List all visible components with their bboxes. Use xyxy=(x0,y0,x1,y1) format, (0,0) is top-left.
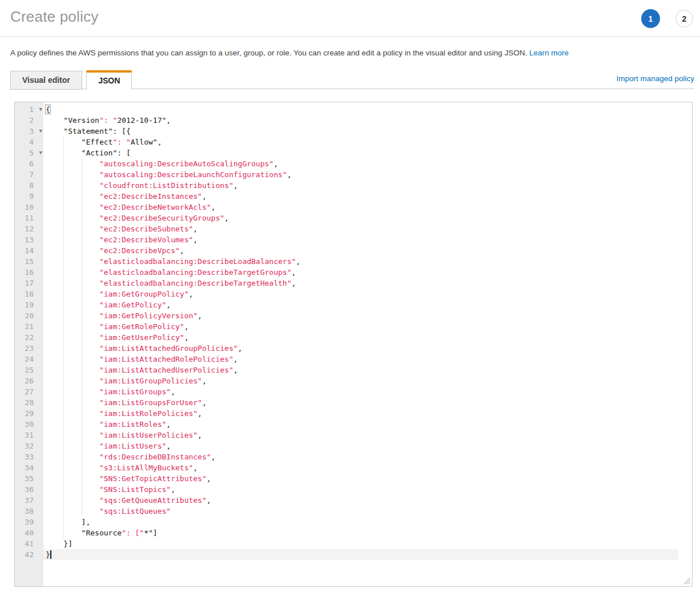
code-line[interactable]: } xyxy=(43,549,678,560)
code-line[interactable]: "ec2:DescribeVpcs", xyxy=(43,245,692,256)
indent-guide xyxy=(63,245,64,256)
code-line[interactable]: "iam:ListAttachedRolePolicies", xyxy=(43,354,692,365)
indent-guide xyxy=(63,289,64,299)
code-line[interactable]: "iam:GetGroupPolicy", xyxy=(43,289,692,299)
code-line[interactable]: "s3:ListAllMyBuckets", xyxy=(43,462,692,473)
fold-toggle-icon[interactable]: ▼ xyxy=(39,126,42,137)
code-line[interactable]: "iam:ListAttachedUserPolicies", xyxy=(43,365,692,375)
line-number: 39 xyxy=(15,517,43,527)
indent-guide xyxy=(82,223,82,234)
indent-guide xyxy=(63,213,64,223)
indent-guide xyxy=(63,191,64,202)
line-number: 8 xyxy=(15,180,43,191)
json-policy-editor[interactable]: 1▼23▼45▼67891011121314151617181920212223… xyxy=(14,102,693,587)
indent-guide xyxy=(82,169,82,180)
code-line[interactable]: "sqs:ListQueues" xyxy=(43,506,692,517)
indent-guide xyxy=(63,517,64,527)
indent-guide xyxy=(63,256,64,267)
indent-guide xyxy=(63,202,64,213)
page-header: Create policy 1 2 xyxy=(0,0,700,37)
code-line[interactable]: "iam:GetPolicy", xyxy=(43,299,692,310)
code-line[interactable]: "ec2:DescribeSubnets", xyxy=(43,223,692,234)
indent-guide xyxy=(82,332,82,343)
code-line[interactable]: "Effect": "Allow", xyxy=(43,137,692,147)
indent-guide xyxy=(63,234,64,245)
indent-guide xyxy=(82,289,82,299)
page-title: Create policy xyxy=(10,8,98,26)
code-line[interactable]: { xyxy=(43,104,692,115)
code-line[interactable]: "autoscaling:DescribeAutoScalingGroups", xyxy=(43,158,692,169)
indent-guide xyxy=(82,484,82,495)
indent-guide xyxy=(63,267,64,278)
indent-guide xyxy=(63,484,64,495)
fold-toggle-icon[interactable]: ▼ xyxy=(39,147,42,158)
code-line[interactable]: "ec2:DescribeSecurityGroups", xyxy=(43,213,692,223)
code-line[interactable]: "iam:ListGroupsForUser", xyxy=(43,397,692,408)
indent-guide xyxy=(82,462,82,473)
code-line[interactable]: "autoscaling:DescribeLaunchConfiguration… xyxy=(43,169,692,180)
indent-guide xyxy=(82,234,82,245)
indent-guide xyxy=(82,430,82,441)
code-line[interactable]: "iam:GetPolicyVersion", xyxy=(43,310,692,321)
code-line[interactable]: "rds:DescribeDBInstances", xyxy=(43,451,692,462)
line-number: 25 xyxy=(15,365,43,375)
indent-guide xyxy=(63,158,64,169)
code-line[interactable]: "cloudfront:ListDistributions", xyxy=(43,180,692,191)
line-number: 32 xyxy=(15,441,43,451)
code-line[interactable]: "SNS:GetTopicAttributes", xyxy=(43,473,692,484)
fold-toggle-icon[interactable]: ▼ xyxy=(39,104,42,115)
code-line[interactable]: "ec2:DescribeNetworkAcls", xyxy=(43,202,692,213)
line-number: 10 xyxy=(15,202,43,213)
code-line[interactable]: "iam:ListAttachedGroupPolicies", xyxy=(43,343,692,354)
code-line[interactable]: "elasticloadbalancing:DescribeLoadBalanc… xyxy=(43,256,692,267)
code-line[interactable]: "Resource": ["*"] xyxy=(43,527,692,538)
line-number: 36 xyxy=(15,484,43,495)
code-line[interactable]: "Statement": [{ xyxy=(43,126,692,137)
code-line[interactable]: "sqs:GetQueueAttributes", xyxy=(43,495,692,506)
code-line[interactable]: "ec2:DescribeVolumes", xyxy=(43,234,692,245)
code-line[interactable]: "elasticloadbalancing:DescribeTargetGrou… xyxy=(43,267,692,278)
code-line[interactable]: "SNS:ListTopics", xyxy=(43,484,692,495)
indent-guide xyxy=(63,321,64,332)
code-line[interactable]: "iam:ListUsers", xyxy=(43,441,692,451)
tab-json[interactable]: JSON xyxy=(86,70,132,90)
line-number: 21 xyxy=(15,321,43,332)
code-line[interactable]: "iam:GetRolePolicy", xyxy=(43,321,692,332)
code-line[interactable]: "iam:ListRoles", xyxy=(43,419,692,430)
code-line[interactable]: }] xyxy=(43,538,692,549)
line-number: 30 xyxy=(15,419,43,430)
indent-guide xyxy=(63,506,64,517)
line-number: 41 xyxy=(15,538,43,549)
indent-guide xyxy=(82,397,82,408)
code-line[interactable]: "iam:ListGroupPolicies", xyxy=(43,375,692,386)
indent-guide xyxy=(63,386,64,397)
indent-guide xyxy=(82,354,82,365)
line-number: 37 xyxy=(15,495,43,506)
indent-guide xyxy=(82,365,82,375)
code-line[interactable]: "iam:ListRolePolicies", xyxy=(43,408,692,419)
indent-guide xyxy=(82,386,82,397)
indent-guide xyxy=(82,191,82,202)
indent-guide xyxy=(82,375,82,386)
import-managed-policy-link[interactable]: Import managed policy xyxy=(616,74,694,83)
line-number: 18 xyxy=(15,289,43,299)
line-number: 2 xyxy=(15,115,43,126)
tab-visual-editor[interactable]: Visual editor xyxy=(10,71,82,90)
code-line[interactable]: "ec2:DescribeInstances", xyxy=(43,191,692,202)
code-line[interactable]: "Action": [ xyxy=(43,147,692,158)
code-line[interactable]: "iam:ListGroups", xyxy=(43,386,692,397)
line-number: 38 xyxy=(15,506,43,517)
code-line[interactable]: "iam:ListUserPolicies", xyxy=(43,430,692,441)
editor-code-area[interactable]: { "Version": "2012-10-17", "Statement": … xyxy=(43,102,692,586)
code-line[interactable]: "Version": "2012-10-17", xyxy=(43,115,692,126)
indent-guide xyxy=(63,397,64,408)
code-line[interactable]: "elasticloadbalancing:DescribeTargetHeal… xyxy=(43,278,692,289)
code-line[interactable]: ], xyxy=(43,517,692,527)
code-line[interactable]: "iam:GetUserPolicy", xyxy=(43,332,692,343)
line-number: 14 xyxy=(15,245,43,256)
line-number: 24 xyxy=(15,354,43,365)
learn-more-link[interactable]: Learn more xyxy=(529,49,569,57)
editor-resize-handle[interactable] xyxy=(681,575,690,585)
line-number: 11 xyxy=(15,213,43,223)
line-number: 23 xyxy=(15,343,43,354)
